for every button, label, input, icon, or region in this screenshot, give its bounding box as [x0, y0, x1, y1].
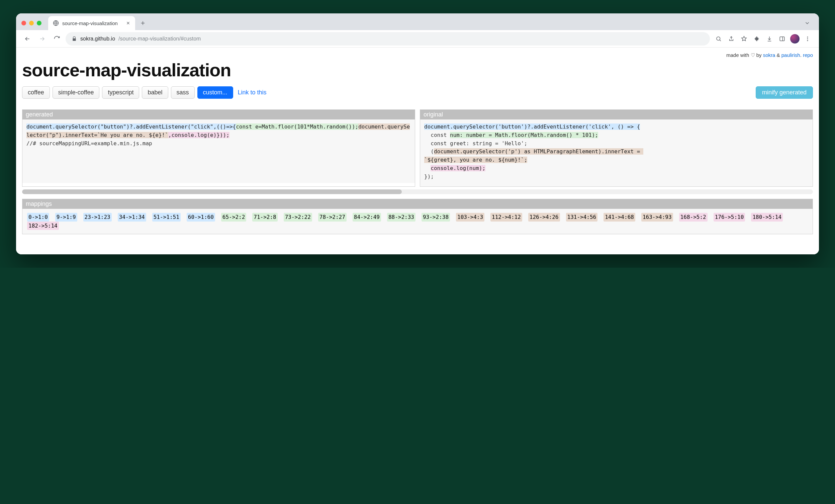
- url-path: /source-map-visualization/#custom: [118, 36, 201, 42]
- globe-icon: [53, 20, 59, 26]
- tab-babel[interactable]: babel: [142, 86, 168, 99]
- svg-rect-2: [780, 37, 785, 41]
- original-panel-header: original: [420, 110, 813, 119]
- mappings-list: 0->1:09->1:923->1:2334->1:3451->1:5160->…: [22, 209, 813, 234]
- browser-window: source-map-visualization: [16, 13, 819, 254]
- svg-point-3: [807, 37, 808, 38]
- page-title: source-map-visualization: [22, 60, 813, 80]
- url-host: sokra.github.io: [80, 36, 115, 42]
- downloads-icon[interactable]: [763, 33, 775, 45]
- kebab-menu-icon[interactable]: [801, 33, 814, 45]
- tab-list-chevron-icon[interactable]: [801, 20, 814, 26]
- mapping-item[interactable]: 93->2:38: [422, 213, 450, 222]
- mapping-item[interactable]: 34->1:34: [118, 213, 146, 222]
- generated-panel: generated document.querySelector("button…: [22, 109, 415, 187]
- mapping-item[interactable]: 60->1:60: [187, 213, 215, 222]
- page-content: made with ♡ by sokra & paulirish. repo s…: [16, 47, 819, 254]
- browser-toolbar: sokra.github.io/source-map-visualization…: [16, 30, 819, 47]
- mapping-item[interactable]: 23->1:23: [83, 213, 112, 222]
- credit-sokra-link[interactable]: sokra: [763, 52, 775, 58]
- generated-code[interactable]: document.querySelector("button")?.addEve…: [22, 119, 415, 183]
- mapping-item[interactable]: 84->2:49: [352, 213, 381, 222]
- lock-icon: [72, 36, 77, 41]
- mapping-item[interactable]: 131->4:56: [566, 213, 598, 222]
- mapping-item[interactable]: 0->1:0: [27, 213, 49, 222]
- svg-point-1: [717, 37, 720, 40]
- mapping-item[interactable]: 65->2:2: [221, 213, 246, 222]
- original-code[interactable]: document.querySelector('button')?.addEve…: [420, 119, 813, 186]
- mapping-item[interactable]: 163->4:93: [641, 213, 673, 222]
- mapping-item[interactable]: 78->2:27: [318, 213, 347, 222]
- mappings-panel-header: mappings: [22, 199, 813, 209]
- forward-button[interactable]: [36, 33, 48, 45]
- close-tab-icon[interactable]: [126, 21, 130, 25]
- mapping-item[interactable]: 182->5:14: [27, 222, 59, 230]
- tab-simple-coffee[interactable]: simple-coffee: [53, 86, 100, 99]
- mapping-item[interactable]: 112->4:12: [490, 213, 522, 222]
- tab-sass[interactable]: sass: [171, 86, 195, 99]
- example-tabs-row: coffee simple-coffee typescript babel sa…: [22, 86, 813, 99]
- back-button[interactable]: [21, 33, 34, 45]
- browser-tab[interactable]: source-map-visualization: [48, 16, 135, 30]
- svg-point-5: [807, 40, 808, 41]
- scroll-thumb[interactable]: [22, 189, 402, 194]
- mapping-item[interactable]: 141->4:68: [604, 213, 635, 222]
- minify-generated-button[interactable]: minify generated: [756, 86, 813, 99]
- mapping-item[interactable]: 9->1:9: [55, 213, 77, 222]
- mappings-panel: mappings 0->1:09->1:923->1:2334->1:3451-…: [22, 199, 813, 234]
- mapping-item[interactable]: 88->2:33: [387, 213, 415, 222]
- minimize-window-button[interactable]: [29, 21, 34, 25]
- link-to-this[interactable]: Link to this: [238, 89, 267, 96]
- horizontal-scrollbar[interactable]: [22, 189, 813, 194]
- credit-paulirish-link[interactable]: paulirish: [781, 52, 800, 58]
- mapping-item[interactable]: 103->4:3: [456, 213, 484, 222]
- tab-custom[interactable]: custom...: [197, 86, 233, 99]
- tab-coffee[interactable]: coffee: [22, 86, 50, 99]
- bookmark-star-icon[interactable]: [738, 33, 750, 45]
- mapping-item[interactable]: 168->5:2: [679, 213, 708, 222]
- share-icon[interactable]: [725, 33, 737, 45]
- mapping-item[interactable]: 180->5:14: [751, 213, 783, 222]
- window-controls: [21, 21, 41, 25]
- chrome-tab-strip-area: source-map-visualization: [16, 13, 819, 30]
- mapping-item[interactable]: 51->1:51: [152, 213, 181, 222]
- svg-point-4: [807, 38, 808, 39]
- profile-avatar[interactable]: [789, 33, 801, 45]
- search-icon[interactable]: [713, 33, 725, 45]
- mapping-item[interactable]: 71->2:8: [252, 213, 277, 222]
- mapping-item[interactable]: 126->4:26: [528, 213, 560, 222]
- tab-typescript[interactable]: typescript: [102, 86, 139, 99]
- maximize-window-button[interactable]: [37, 21, 41, 25]
- reload-button[interactable]: [51, 33, 63, 45]
- close-window-button[interactable]: [21, 21, 26, 25]
- side-panel-icon[interactable]: [776, 33, 788, 45]
- original-panel: original document.querySelector('button'…: [420, 109, 813, 187]
- credits-line: made with ♡ by sokra & paulirish. repo: [22, 52, 813, 58]
- tab-title: source-map-visualization: [62, 20, 118, 26]
- generated-panel-header: generated: [22, 110, 415, 119]
- repo-link[interactable]: repo: [803, 52, 813, 58]
- mapping-item[interactable]: 176->5:10: [714, 213, 745, 222]
- extensions-icon[interactable]: [751, 33, 763, 45]
- mapping-item[interactable]: 73->2:22: [284, 213, 312, 222]
- address-bar[interactable]: sokra.github.io/source-map-visualization…: [65, 32, 710, 45]
- new-tab-button[interactable]: [137, 17, 148, 29]
